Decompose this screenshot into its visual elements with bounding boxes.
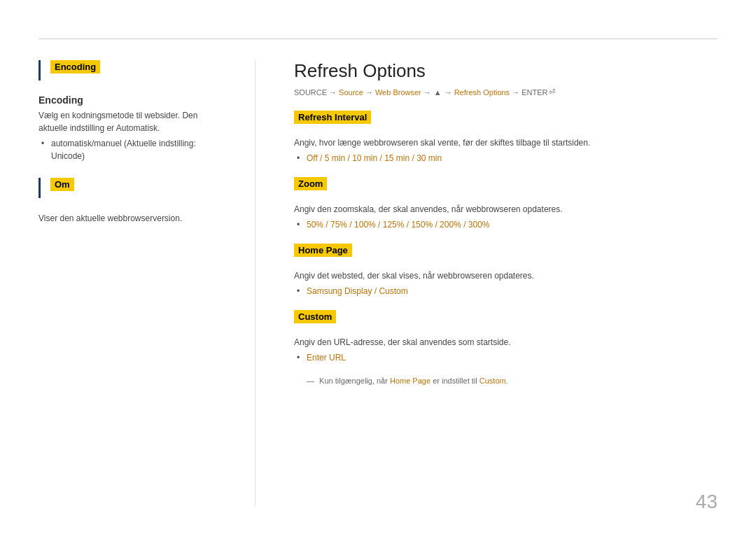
breadcrumb-up-arrow: ▲ xyxy=(434,88,442,97)
note-suffix: . xyxy=(506,377,508,385)
note-home-page: Home Page xyxy=(390,377,430,385)
page-number: 43 xyxy=(696,491,718,513)
right-column: Refresh Options SOURCE → Source → Web Br… xyxy=(255,60,718,506)
encoding-section: Encoding Encoding Vælg en kodningsmetode… xyxy=(38,60,227,162)
zoom-options: 50% / 75% / 100% / 125% / 150% / 200% / … xyxy=(294,218,718,231)
custom-section: Custom Angiv den URL-adresse, der skal a… xyxy=(294,310,718,385)
custom-enter-url: Enter URL xyxy=(294,351,718,364)
custom-badge: Custom xyxy=(294,310,336,323)
om-badge: Om xyxy=(50,178,74,191)
refresh-interval-options: Off / 5 min / 10 min / 15 min / 30 min xyxy=(294,152,718,164)
refresh-interval-section: Refresh Interval Angiv, hvor længe webbr… xyxy=(294,111,718,164)
custom-options-list: Enter URL xyxy=(294,351,718,364)
left-column: Encoding Encoding Vælg en kodningsmetode… xyxy=(38,60,255,506)
refresh-interval-options-list: Off / 5 min / 10 min / 15 min / 30 min xyxy=(294,152,718,164)
breadcrumb-refresh-options: Refresh Options xyxy=(454,88,510,97)
home-page-section: Home Page Angiv det websted, der skal vi… xyxy=(294,244,718,297)
breadcrumb-enter-icon: ⏎ xyxy=(549,87,555,97)
breadcrumb-arrow2: → xyxy=(365,88,373,97)
om-badge-wrapper: Om xyxy=(38,178,227,198)
encoding-body: Vælg en kodningsmetode til websider. Den… xyxy=(38,109,227,134)
top-divider xyxy=(38,38,718,39)
note-custom: Custom xyxy=(479,377,506,385)
encoding-bullet-list: automatisk/manuel (Aktuelle indstilling:… xyxy=(38,137,227,162)
zoom-body: Angiv den zoomskala, der skal anvendes, … xyxy=(294,203,718,216)
encoding-badge: Encoding xyxy=(50,60,100,73)
custom-enter-url-text: Enter URL xyxy=(307,353,346,363)
zoom-options-list: 50% / 75% / 100% / 125% / 150% / 200% / … xyxy=(294,218,718,231)
breadcrumb-arrow5: → xyxy=(512,88,519,97)
breadcrumb-source: SOURCE xyxy=(294,88,327,97)
home-page-options-text: Samsung Display / Custom xyxy=(307,286,408,296)
breadcrumb-arrow4: → xyxy=(444,88,452,97)
page-title: Refresh Options xyxy=(294,60,718,82)
zoom-options-text: 50% / 75% / 100% / 125% / 150% / 200% / … xyxy=(307,220,490,230)
refresh-interval-options-text: Off / 5 min / 10 min / 15 min / 30 min xyxy=(307,153,442,163)
breadcrumb-arrow3: → xyxy=(424,88,431,97)
encoding-badge-wrapper: Encoding xyxy=(38,60,227,80)
custom-note: ― Kun tilgængelig, når Home Page er inds… xyxy=(294,377,718,385)
refresh-interval-body: Angiv, hvor længe webbrowseren skal vent… xyxy=(294,136,718,149)
breadcrumb-source-link: Source xyxy=(339,88,363,97)
note-dash: ― xyxy=(307,377,314,385)
note-middle: er indstillet til xyxy=(433,377,477,385)
breadcrumb-enter: ENTER xyxy=(522,88,547,97)
refresh-interval-badge: Refresh Interval xyxy=(294,111,371,124)
home-page-body: Angiv det websted, der skal vises, når w… xyxy=(294,269,718,282)
home-page-options: Samsung Display / Custom xyxy=(294,285,718,297)
zoom-section: Zoom Angiv den zoomskala, der skal anven… xyxy=(294,177,718,231)
home-page-badge: Home Page xyxy=(294,244,352,257)
note-prefix: Kun tilgængelig, når xyxy=(319,377,388,385)
om-body: Viser den aktuelle webbrowserversion. xyxy=(38,212,227,225)
om-section: Om Viser den aktuelle webbrowserversion. xyxy=(38,178,227,225)
zoom-badge: Zoom xyxy=(294,177,327,190)
breadcrumb-arrow1: → xyxy=(329,88,337,97)
encoding-bullet-item: automatisk/manuel (Aktuelle indstilling:… xyxy=(38,137,227,162)
custom-body: Angiv den URL-adresse, der skal anvendes… xyxy=(294,336,718,349)
home-page-options-list: Samsung Display / Custom xyxy=(294,285,718,297)
breadcrumb-web-browser: Web Browser xyxy=(375,88,421,97)
encoding-heading: Encoding xyxy=(38,94,227,106)
breadcrumb: SOURCE → Source → Web Browser → ▲ → Refr… xyxy=(294,87,718,97)
